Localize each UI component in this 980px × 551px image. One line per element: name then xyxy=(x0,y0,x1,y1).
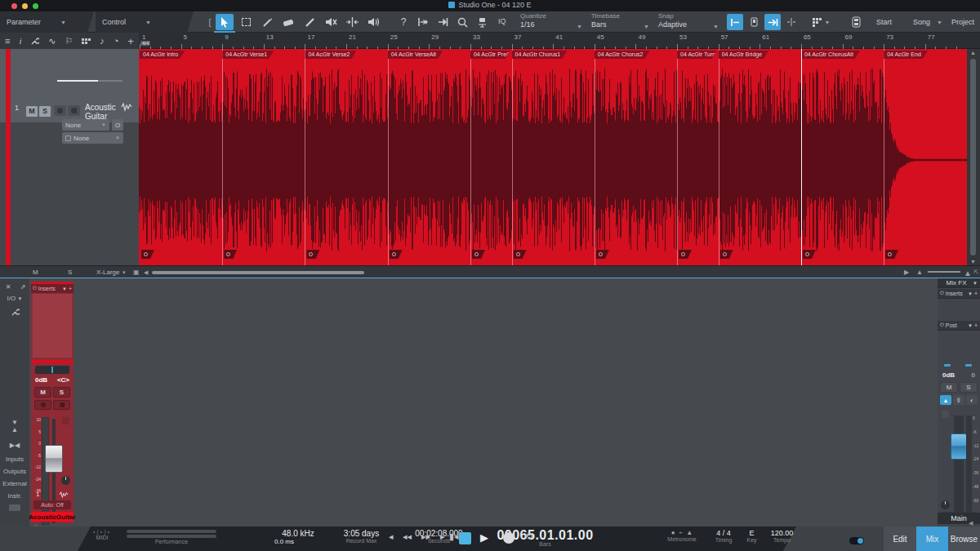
range-tool-button[interactable] xyxy=(237,14,255,30)
power-icon[interactable]: ⏻ xyxy=(33,286,37,291)
edit-view-button[interactable]: Edit xyxy=(884,527,916,551)
insert-slot-2-dropdown[interactable]: None▼ xyxy=(62,132,123,144)
zoom-in-icon[interactable]: ▲ xyxy=(964,269,972,278)
sidebar-banks-button[interactable] xyxy=(0,504,29,513)
expand-horizontal-icon[interactable]: ▶◀ xyxy=(0,442,29,449)
global-solo-button[interactable]: S xyxy=(68,269,72,276)
record-button[interactable] xyxy=(503,532,514,544)
sidebar-external-label[interactable]: External xyxy=(0,480,29,487)
track-solo-button[interactable]: S xyxy=(39,102,51,117)
console-wrench-icon[interactable] xyxy=(0,308,29,317)
paint-tool-button[interactable] xyxy=(301,14,318,30)
clip-label[interactable]: 04 AcGtr PreCh xyxy=(470,51,510,59)
insert-slot-1-dropdown[interactable]: None▼ xyxy=(62,119,109,131)
collapse-right-icon[interactable]: ◀ xyxy=(969,520,973,527)
channel-solo-button[interactable]: S xyxy=(53,387,70,398)
scroll-down-icon[interactable]: ▼ xyxy=(970,259,976,264)
timebase-dropdown[interactable]: Timebase Bars ▼ xyxy=(590,12,651,32)
main-mute-button[interactable]: M xyxy=(940,382,958,393)
cursor-follow-button[interactable] xyxy=(764,14,781,30)
sidebar-instr-label[interactable]: Instr. xyxy=(0,492,29,500)
zoom-out-vertical-icon[interactable]: ▲ xyxy=(916,269,923,276)
time-signature-display[interactable]: 4 / 4 Timing xyxy=(707,529,740,543)
insert-bypass-button[interactable]: O xyxy=(112,119,123,131)
iq-badge[interactable]: IQ xyxy=(497,12,516,32)
channel-pan-value[interactable]: <C> xyxy=(57,376,69,384)
main-pan-left[interactable] xyxy=(944,364,951,367)
help-button[interactable]: ? xyxy=(394,14,412,30)
vertical-scrollbar[interactable]: ▲ ▼ xyxy=(967,49,980,265)
playhead[interactable] xyxy=(801,49,802,265)
channel-name-label[interactable]: AcousticGuitar xyxy=(31,512,74,522)
resize-grip-icon[interactable]: ⇱ xyxy=(973,269,979,276)
split-tool-button[interactable] xyxy=(258,14,276,30)
macro-left-button[interactable] xyxy=(414,14,432,30)
channel-inserts-header[interactable]: ⏻ Inserts ▼ + xyxy=(31,284,74,293)
main-talkback-button[interactable]: 🎙︎ xyxy=(953,395,964,405)
arrow-tool-button[interactable] xyxy=(216,14,234,30)
loop-button[interactable]: ⟲ xyxy=(524,531,532,542)
zoom-slider[interactable] xyxy=(928,271,960,273)
channel-knob[interactable] xyxy=(61,476,70,485)
main-inserts-header[interactable]: ⏻ Inserts ▼ + xyxy=(938,289,980,299)
snap-dropdown[interactable]: Snap Adaptive ▼ xyxy=(657,12,720,32)
main-post-header[interactable]: ⏻ Post ▼ + xyxy=(938,321,980,331)
fast-forward-button[interactable]: ▸▸ xyxy=(421,531,430,542)
clip-label[interactable]: 04 AcGtr Verse2 xyxy=(305,51,356,59)
macro-right-button[interactable] xyxy=(434,14,452,30)
track-size-dropdown[interactable]: X-Large ▼ xyxy=(96,269,127,276)
main-mono-button[interactable]: ◐ xyxy=(966,395,978,405)
clip-label[interactable]: 04 AcGtr Chorus1 xyxy=(512,51,568,59)
track-mute-button[interactable]: M xyxy=(26,102,38,117)
channel-mute-button[interactable]: M xyxy=(34,387,51,398)
channel-fader[interactable] xyxy=(45,445,63,473)
zoom-play-icon[interactable]: ▶ xyxy=(904,269,909,276)
eraser-tool-button[interactable] xyxy=(279,14,297,30)
channel-monitor-button[interactable] xyxy=(53,400,70,410)
clip-label[interactable]: 04 AcGtr End xyxy=(884,51,928,59)
channel-gain-value[interactable]: 0dB xyxy=(35,376,47,384)
step-forward-button[interactable]: ▸ xyxy=(440,531,445,542)
monitor-toggle[interactable] xyxy=(849,537,864,544)
mix-view-button[interactable]: Mix xyxy=(916,527,948,551)
main-knob[interactable] xyxy=(941,500,950,509)
channel-link-button[interactable] xyxy=(62,417,69,424)
track-volume-slider[interactable] xyxy=(57,80,122,82)
main-link-button[interactable] xyxy=(942,411,949,418)
track-size-icon[interactable]: ▣ xyxy=(133,269,140,276)
tempo-display[interactable]: 120.00 Tempo xyxy=(764,529,800,543)
io-dropdown[interactable]: I/O ▼ xyxy=(0,295,29,302)
play-button[interactable]: ▶ xyxy=(480,531,488,544)
step-back-button[interactable]: ◂ xyxy=(389,531,394,542)
metronome-setup-button[interactable] xyxy=(473,14,491,30)
timeline-ruler[interactable]: 1591317212529333741454953576165697377 xyxy=(0,33,841,49)
main-metronome-button[interactable]: ▲ xyxy=(940,395,951,405)
clip-label[interactable]: 04 AcGtr Turna xyxy=(677,51,717,59)
clip-label[interactable]: 04 AcGtr Bridge xyxy=(719,51,768,59)
autoscroll-button[interactable] xyxy=(727,14,743,30)
main-gain-value[interactable]: 0dB xyxy=(942,371,955,379)
sidebar-inputs-label[interactable]: Inputs xyxy=(0,455,29,463)
scroll-left-icon[interactable]: ◀ xyxy=(144,269,148,276)
clip-label[interactable]: 04 AcGtr ChorusAlt xyxy=(801,51,860,59)
mixfx-dropdown[interactable]: Mix FX ▼ xyxy=(938,278,980,288)
main-pan-right[interactable] xyxy=(965,364,972,367)
clip-label[interactable]: 04 AcGtr Intro xyxy=(140,51,185,59)
parameter-dropdown[interactable]: Parameter▼ xyxy=(0,11,94,33)
track-record-arm-button[interactable] xyxy=(54,102,67,117)
mute-tool-button[interactable] xyxy=(322,14,340,30)
quantize-dropdown[interactable]: Quantize 1/16 ▼ xyxy=(519,12,584,32)
browse-view-button[interactable]: Browse xyxy=(948,527,980,551)
listen-tool-button[interactable] xyxy=(364,14,382,30)
performance-meter[interactable]: Performance xyxy=(122,529,220,544)
arrangement-canvas[interactable]: 04 AcGtr Intro04 AcGtr Verse104 AcGtr Ve… xyxy=(139,49,967,265)
layers-button[interactable] xyxy=(848,14,864,30)
stop-button[interactable] xyxy=(459,532,471,544)
metronome-controls[interactable]: ● ⌁ ▲ Metronome xyxy=(657,529,706,542)
main-fader[interactable] xyxy=(951,433,967,460)
clip-label[interactable]: 04 AcGtr Chorus2 xyxy=(595,51,650,59)
channel-pan-slider[interactable] xyxy=(35,366,69,374)
track-monitor-button[interactable] xyxy=(68,102,81,117)
grid-settings-button[interactable]: ▼ xyxy=(808,14,833,30)
collapse-vertical-icon[interactable]: ▼▲ xyxy=(0,419,29,433)
